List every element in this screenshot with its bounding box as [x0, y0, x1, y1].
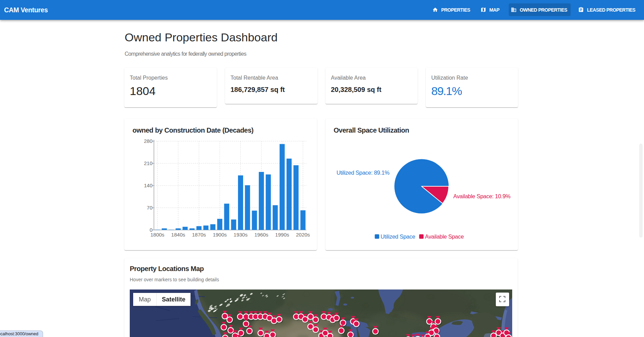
svg-text:Available Space: Available Space: [425, 233, 464, 240]
svg-text:1800s: 1800s: [150, 232, 164, 238]
svg-text:1930s: 1930s: [234, 232, 248, 238]
svg-text:1840s: 1840s: [171, 232, 185, 238]
svg-text:1990s: 1990s: [275, 232, 289, 238]
svg-text:140: 140: [144, 183, 152, 188]
svg-text:1870s: 1870s: [192, 232, 206, 238]
svg-text:210: 210: [144, 160, 152, 166]
svg-text:Utilized Space: Utilized Space: [381, 233, 415, 240]
svg-text:70: 70: [147, 205, 153, 211]
svg-text:Available Space: 10.9%: Available Space: 10.9%: [453, 193, 511, 199]
svg-text:Utilized Space: 89.1%: Utilized Space: 89.1%: [336, 170, 390, 176]
svg-text:1900s: 1900s: [213, 232, 227, 238]
svg-text:2020s: 2020s: [296, 232, 310, 238]
svg-text:1960s: 1960s: [254, 232, 268, 238]
svg-text:280: 280: [144, 138, 152, 144]
